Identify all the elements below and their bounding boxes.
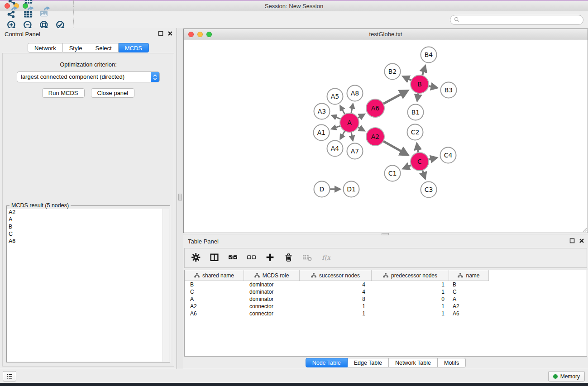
node-A7[interactable]: A7 [347, 143, 363, 159]
result-list-item[interactable]: C [7, 230, 163, 238]
add-column-button[interactable] [264, 253, 275, 263]
table-row[interactable]: A2connector11A2 [185, 303, 587, 310]
column-header-shared-name[interactable]: shared name [185, 270, 244, 281]
table-cell: dominator [244, 295, 300, 303]
tab-edge-table[interactable]: Edge Table [348, 358, 389, 367]
table-cell: dominator [244, 281, 300, 288]
tab-network[interactable]: Network [28, 43, 63, 52]
search-field[interactable] [450, 15, 583, 25]
delete-table-button[interactable] [301, 253, 312, 263]
column-label: predecessor nodes [391, 272, 437, 279]
node-B[interactable]: B [411, 75, 429, 93]
delete-column-icon [284, 253, 293, 263]
node-C3[interactable]: C3 [421, 182, 437, 198]
node-A3[interactable]: A3 [314, 104, 330, 119]
svg-text:A3: A3 [318, 108, 326, 115]
table-row[interactable]: A6connector11A6 [185, 310, 587, 317]
export-network-button[interactable] [4, 6, 20, 20]
table-cell: A [185, 295, 244, 303]
close-panel-icon[interactable] [167, 31, 173, 36]
node-B1[interactable]: B1 [408, 105, 424, 120]
search-icon [454, 17, 460, 23]
result-list-item[interactable]: A2 [7, 209, 163, 216]
column-header-name[interactable]: name [449, 270, 489, 281]
search-input[interactable] [462, 16, 579, 24]
node-A4[interactable]: A4 [327, 141, 343, 157]
column-header-MCDS-role[interactable]: MCDS role [244, 270, 300, 281]
criterion-value: largest connected component (directed) [17, 72, 151, 82]
table-row[interactable]: Adominator80A [185, 295, 587, 303]
split-panel-button[interactable] [209, 253, 220, 263]
criterion-dropdown[interactable]: largest connected component (directed) [17, 71, 160, 82]
node-A2[interactable]: A2 [366, 128, 384, 146]
result-scrollbar[interactable] [163, 209, 169, 362]
hierarchy-icon [311, 273, 316, 278]
table-cell: 0 [372, 295, 449, 303]
main-area: Control Panel NetworkStyleSelectMCDS Opt… [0, 28, 588, 369]
close-table-panel-icon[interactable] [579, 238, 584, 243]
export-table-button[interactable] [20, 6, 37, 20]
result-list-item[interactable]: A [7, 216, 163, 223]
tab-style[interactable]: Style [63, 43, 89, 52]
table-cell: 4 [300, 281, 372, 288]
vertical-divider-handle[interactable] [178, 194, 182, 200]
unselect-all-icon [247, 253, 256, 263]
table-cell: 1 [372, 281, 449, 288]
column-header-successor-nodes[interactable]: successor nodes [300, 270, 372, 281]
svg-text:C4: C4 [444, 152, 453, 159]
tab-network-table[interactable]: Network Table [389, 358, 438, 367]
node-C4[interactable]: C4 [440, 148, 456, 163]
network-canvas[interactable]: AA1A2A3A4A5A6A7A8BB1B2B3B4CC1C2C3C4DD1 [184, 40, 588, 233]
import-table-button[interactable] [20, 0, 37, 6]
node-D1[interactable]: D1 [344, 181, 359, 197]
export-image-icon [39, 6, 51, 19]
function-builder-button[interactable]: f(x) [320, 253, 331, 263]
column-header-predecessor-nodes[interactable]: predecessor nodes [372, 270, 449, 281]
node-C1[interactable]: C1 [385, 166, 401, 181]
node-B4[interactable]: B4 [421, 47, 437, 63]
table-panel: Table Panel f(x) shared nameMCDS rolesuc… [183, 235, 588, 369]
node-B2[interactable]: B2 [385, 64, 401, 80]
node-C2[interactable]: C2 [407, 124, 423, 140]
node-A1[interactable]: A1 [314, 125, 330, 141]
resize-grip-icon[interactable] [582, 227, 587, 232]
table-cell: A2 [185, 303, 244, 310]
delete-column-button[interactable] [283, 253, 294, 263]
node-B3[interactable]: B3 [441, 82, 457, 98]
hierarchy-icon [458, 273, 463, 278]
run-mcds-button[interactable]: Run MCDS [42, 88, 85, 98]
result-list-item[interactable]: B [7, 223, 163, 230]
table-settings-button[interactable] [190, 253, 201, 263]
close-panel-button[interactable]: Close panel [91, 88, 135, 98]
node-table[interactable]: shared nameMCDS rolesuccessor nodesprede… [184, 270, 587, 357]
export-image-button[interactable] [37, 6, 53, 20]
node-D[interactable]: D [314, 181, 330, 197]
node-A[interactable]: A [340, 113, 359, 132]
mcds-result-list[interactable]: A2ABCA6 [7, 209, 163, 362]
import-network-button[interactable] [4, 0, 20, 6]
float-panel-icon[interactable] [158, 31, 163, 36]
session-titlebar: Session: New Session [0, 1, 588, 12]
node-C[interactable]: C [411, 152, 429, 171]
table-row[interactable]: Bdominator41B [185, 281, 587, 288]
unselect-all-button[interactable] [246, 253, 257, 263]
float-table-panel-icon[interactable] [569, 238, 575, 243]
application-window: Session: New Session Control Panel Netwo… [0, 0, 588, 386]
tab-motifs[interactable]: Motifs [438, 358, 466, 367]
result-list-item[interactable]: A6 [7, 238, 163, 245]
memory-status-icon [553, 374, 558, 379]
network-graph: AA1A2A3A4A5A6A7A8BB1B2B3B4CC1C2C3C4DD1 [184, 40, 588, 233]
memory-button[interactable]: Memory [548, 371, 585, 381]
node-A5[interactable]: A5 [327, 89, 343, 105]
optimization-criterion-label: Optimization criterion: [3, 61, 174, 68]
node-A6[interactable]: A6 [366, 99, 384, 117]
node-A8[interactable]: A8 [347, 86, 363, 101]
task-history-button[interactable] [3, 371, 16, 381]
table-row[interactable]: Cdominator41C [185, 288, 587, 295]
tab-mcds[interactable]: MCDS [119, 43, 149, 52]
tab-select[interactable]: Select [89, 43, 119, 52]
right-column: testGlobe.txt AA1A2A3A4A5A6A7A8BB1B2B3B4… [177, 28, 588, 369]
tab-node-table[interactable]: Node Table [306, 358, 348, 367]
select-all-button[interactable] [227, 253, 238, 263]
task-list-icon [6, 373, 13, 380]
